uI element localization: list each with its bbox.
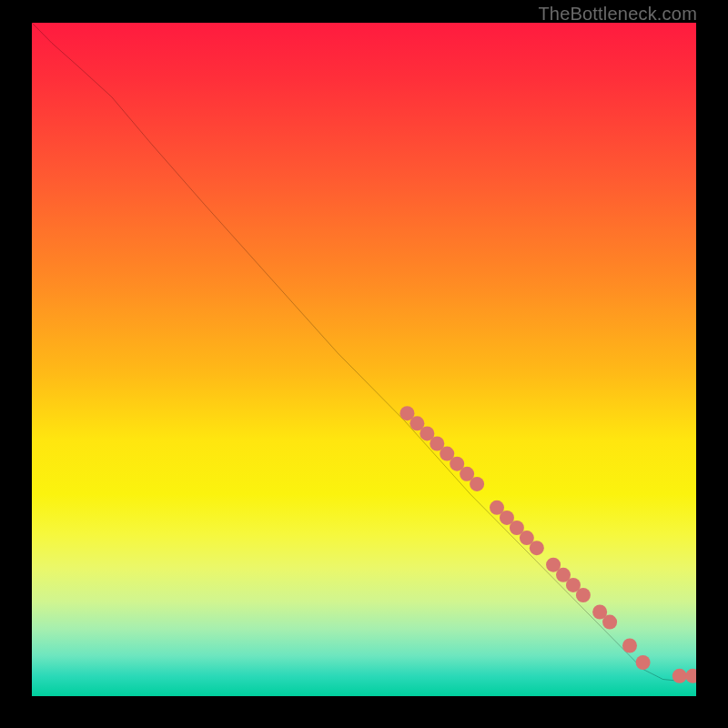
chart-marker: [460, 467, 474, 481]
chart-marker: [602, 615, 617, 630]
chart-marker: [510, 521, 524, 535]
chart-marker: [566, 578, 581, 592]
chart-marker: [470, 477, 484, 491]
chart-marker: [450, 457, 464, 471]
chart-marker: [410, 416, 424, 430]
chart-plot-area: [32, 23, 696, 696]
chart-curve-path: [32, 23, 696, 681]
chart-marker: [440, 447, 454, 461]
chart-marker: [399, 406, 414, 420]
chart-curve-svg: [32, 23, 696, 696]
chart-marker: [685, 669, 696, 683]
chart-marker: [546, 558, 561, 572]
chart-marker: [556, 568, 571, 582]
chart-marker: [576, 588, 591, 602]
chart-marker: [420, 426, 434, 440]
chart-marker: [500, 511, 514, 525]
chart-marker: [430, 437, 444, 451]
chart-marker: [592, 605, 607, 620]
chart-markers-group: [399, 406, 696, 683]
chart-marker: [530, 541, 544, 555]
chart-marker: [672, 669, 687, 683]
attribution-label: TheBottleneck.com: [538, 4, 697, 25]
chart-marker: [636, 655, 651, 670]
chart-marker: [490, 500, 504, 515]
chart-marker: [520, 531, 534, 545]
chart-marker: [622, 639, 637, 653]
chart-frame: TheBottleneck.com: [0, 0, 728, 728]
